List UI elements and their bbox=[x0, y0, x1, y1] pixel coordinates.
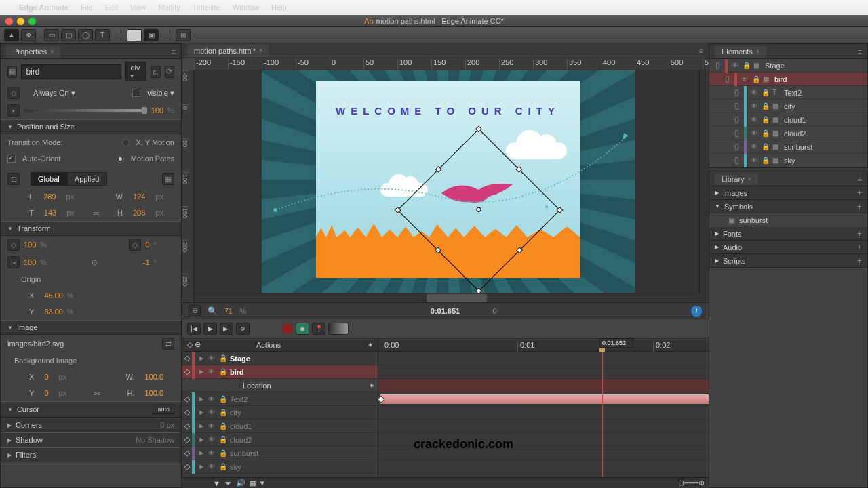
height-value[interactable]: 208 bbox=[133, 209, 145, 217]
library-tab[interactable]: Library× bbox=[715, 173, 758, 185]
stage-h-scrollbar[interactable] bbox=[194, 293, 699, 302]
element-row-cloud1[interactable]: {}👁🔒▦cloud1 bbox=[709, 113, 867, 127]
bird-graphic[interactable] bbox=[438, 176, 519, 210]
play-button[interactable]: ▶ bbox=[203, 323, 217, 335]
border-color-swatch[interactable]: ▣ bbox=[144, 29, 159, 41]
element-row-city[interactable]: {}👁🔒▦city bbox=[709, 100, 867, 113]
origin-y-value[interactable]: 63.00 bbox=[44, 308, 63, 316]
close-library-icon[interactable]: × bbox=[748, 176, 751, 182]
info-icon[interactable]: i bbox=[691, 306, 702, 317]
roundrect-tool[interactable]: ▢ bbox=[61, 29, 76, 41]
auto-orient-checkbox[interactable] bbox=[7, 155, 16, 163]
element-row-sunburst[interactable]: {}👁🔒▦sunburst bbox=[709, 140, 867, 154]
zoom-window-button[interactable] bbox=[28, 18, 36, 25]
menu-edit[interactable]: Edit bbox=[105, 3, 118, 12]
position-size-section[interactable]: ▼Position and Size bbox=[1, 119, 181, 134]
text-tool[interactable]: T bbox=[95, 29, 110, 41]
timeline-track-bird[interactable]: ◇▶👁🔒bird bbox=[182, 365, 378, 379]
menu-help[interactable]: Help bbox=[271, 3, 287, 12]
menu-modify[interactable]: Modify bbox=[158, 3, 180, 12]
actions-icon[interactable]: ⟳ bbox=[165, 66, 174, 78]
skew-x-kf-icon[interactable]: ◇ bbox=[129, 239, 141, 251]
opacity-value[interactable]: 100 bbox=[151, 106, 163, 115]
coord-mode-icon[interactable]: ⊡ bbox=[7, 173, 20, 185]
timeline-track-text2[interactable]: ◇▶👁🔒Text2 bbox=[182, 392, 378, 406]
easing-button[interactable] bbox=[328, 323, 349, 335]
snapping-icon[interactable]: 🔊 bbox=[236, 479, 245, 487]
lib-scripts-section[interactable]: ▶Scripts+ bbox=[709, 254, 867, 268]
go-to-start-button[interactable]: |◀ bbox=[187, 323, 201, 335]
visibility-mode[interactable]: visible ▾ bbox=[147, 89, 174, 98]
layout-preset-icon[interactable]: ▦ bbox=[162, 173, 174, 185]
timeline-track-stage[interactable]: ◇▶👁🔒Stage bbox=[182, 352, 378, 365]
scale-y-value[interactable]: 100 bbox=[24, 258, 36, 266]
scale-x-kf-icon[interactable]: ◇ bbox=[7, 239, 20, 251]
add-image-icon[interactable]: + bbox=[857, 188, 862, 198]
close-elements-icon[interactable]: × bbox=[756, 48, 760, 55]
go-to-end-button[interactable]: ▶| bbox=[220, 323, 233, 335]
location-keyframe-bar[interactable] bbox=[380, 394, 709, 404]
timeline-tracks-area[interactable]: 0:000:010:020:03 0:01.652 bbox=[378, 338, 709, 477]
stage-canvas[interactable]: WELCOME TO OUR CITY bbox=[316, 81, 580, 278]
panel-menu-icon[interactable]: ≡ bbox=[172, 47, 176, 56]
stage-v-scrollbar[interactable] bbox=[699, 70, 709, 293]
rotation-value[interactable]: -1 bbox=[143, 258, 150, 266]
close-tab-icon[interactable]: × bbox=[50, 48, 54, 55]
pin-button[interactable]: 📍 bbox=[312, 323, 326, 335]
global-button[interactable]: Global bbox=[31, 172, 67, 186]
image-src[interactable]: images/bird2.svg bbox=[7, 340, 158, 348]
timeline-track-cloud1[interactable]: ◇▶👁🔒cloud1 bbox=[182, 420, 378, 433]
element-type-icon[interactable]: ▦ bbox=[7, 66, 17, 78]
document-tab[interactable]: motion paths.html*× bbox=[187, 45, 269, 57]
filter-icon[interactable]: ⏷ bbox=[224, 479, 232, 487]
element-row-bird[interactable]: {}👁🔒▦bird bbox=[709, 73, 867, 86]
cursor-auto-button[interactable]: auto bbox=[153, 405, 174, 414]
lib-images-section[interactable]: ▶Images+ bbox=[709, 186, 867, 200]
menu-view[interactable]: View bbox=[130, 3, 146, 12]
cursor-section[interactable]: ▼Cursorauto bbox=[1, 401, 181, 418]
current-frame[interactable]: 0 bbox=[493, 307, 497, 315]
minimize-window-button[interactable] bbox=[17, 18, 24, 25]
bg-y-value[interactable]: 0 bbox=[44, 389, 48, 397]
motion-paths-radio[interactable] bbox=[117, 155, 124, 163]
skew-x-value[interactable]: 0 bbox=[145, 241, 149, 249]
element-tag-select[interactable]: div ▾ bbox=[125, 62, 146, 81]
menu-timeline[interactable]: Timeline bbox=[193, 3, 220, 12]
library-menu-icon[interactable]: ≡ bbox=[858, 175, 862, 183]
auto-transition-button[interactable]: ◉ bbox=[296, 323, 309, 335]
layout-tool[interactable]: ⊞ bbox=[176, 29, 191, 41]
properties-tab[interactable]: Properties× bbox=[6, 45, 60, 58]
ellipse-tool[interactable]: ◯ bbox=[78, 29, 93, 41]
timeline-ruler[interactable]: 0:000:010:020:03 bbox=[378, 338, 709, 352]
timeline-track-location[interactable]: Location◈ bbox=[182, 379, 378, 392]
add-font-icon[interactable]: + bbox=[857, 229, 862, 239]
left-value[interactable]: 289 bbox=[43, 192, 56, 201]
top-value[interactable]: 143 bbox=[44, 209, 56, 217]
elements-tab[interactable]: Elements× bbox=[715, 45, 766, 58]
bg-h-value[interactable]: 100.0 bbox=[144, 389, 163, 397]
zoom-icon[interactable]: 🔍 bbox=[208, 306, 218, 316]
close-doc-icon[interactable]: × bbox=[259, 47, 262, 55]
lib-audio-section[interactable]: ▶Audio+ bbox=[709, 241, 867, 254]
corners-section[interactable]: ▶Corners0 px bbox=[1, 418, 181, 432]
origin-x-value[interactable]: 45.00 bbox=[44, 291, 63, 300]
add-audio-icon[interactable]: + bbox=[857, 243, 862, 252]
menu-file[interactable]: File bbox=[81, 3, 93, 12]
element-row-cloud2[interactable]: {}👁🔒▦cloud2 bbox=[709, 127, 867, 140]
applied-button[interactable]: Applied bbox=[67, 172, 107, 186]
elements-menu-icon[interactable]: ≡ bbox=[858, 47, 862, 56]
menu-window[interactable]: Window bbox=[233, 3, 259, 12]
rect-tool[interactable]: ▭ bbox=[44, 29, 59, 41]
image-section[interactable]: ▼Image bbox=[1, 320, 181, 335]
scale-x-value[interactable]: 100 bbox=[24, 241, 36, 249]
opacity-keyframe-icon[interactable]: ▪ bbox=[7, 104, 20, 117]
lib-symbols-section[interactable]: ▼Symbols+ bbox=[709, 200, 867, 214]
filters-section[interactable]: ▶Filters bbox=[1, 447, 181, 462]
element-row-stage[interactable]: {}👁🔒▦Stage bbox=[709, 59, 867, 73]
selection-tool[interactable]: ▲ bbox=[4, 29, 19, 41]
center-stage-icon[interactable]: ⊕ bbox=[189, 305, 201, 317]
class-icon[interactable]: c. bbox=[151, 66, 160, 78]
shadow-section[interactable]: ▶ShadowNo Shadow bbox=[1, 432, 181, 447]
playhead[interactable]: 0:01.652 bbox=[602, 338, 603, 477]
bg-w-value[interactable]: 100.0 bbox=[144, 373, 163, 381]
